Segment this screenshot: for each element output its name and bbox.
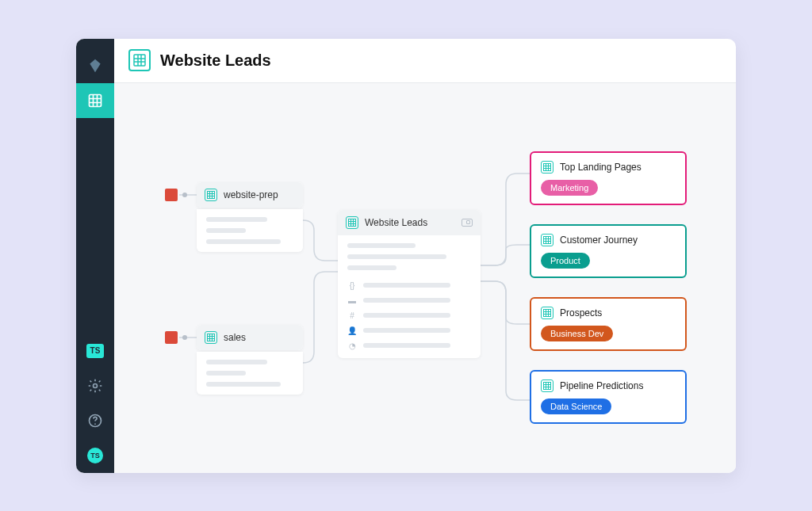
svg-rect-8 [134, 55, 145, 66]
grid-icon [541, 379, 553, 392]
tag-pill: Data Science [541, 399, 611, 414]
output-label: Top Landing Pages [560, 162, 642, 173]
ts-badge-icon: TS [86, 344, 104, 358]
source-body-sales [197, 352, 303, 395]
output-card-pipeline-predictions[interactable]: Pipeline Predictions Data Science [530, 370, 687, 424]
source-node-website-prep[interactable]: website-prep [197, 182, 303, 208]
grid-icon [346, 216, 358, 229]
output-card-customer-journey[interactable]: Customer Journey Product [530, 224, 687, 278]
sidebar-item-help[interactable] [76, 403, 114, 438]
grid-icon [541, 234, 553, 246]
center-label: Website Leads [365, 217, 427, 228]
main-area: Website Leads [114, 39, 736, 473]
canvas[interactable]: website-prep sales [114, 83, 736, 473]
grid-icon [205, 331, 217, 344]
sidebar-item-avatar[interactable]: TS [76, 438, 114, 473]
hash-icon: # [347, 311, 357, 320]
sidebar-item-grid[interactable] [76, 83, 114, 118]
user-icon: 👤 [347, 326, 357, 335]
text-icon: ▬ [347, 296, 357, 305]
svg-rect-20 [208, 334, 215, 341]
help-icon [87, 413, 103, 429]
tag-pill: Business Dev [541, 326, 613, 341]
grid-icon [205, 189, 217, 201]
svg-point-7 [94, 423, 96, 425]
gem-icon [87, 58, 103, 74]
sidebar: TS TS [76, 39, 114, 473]
grid-icon [541, 307, 553, 319]
redshift-icon [165, 189, 178, 201]
source-label: website-prep [224, 189, 278, 200]
svg-point-5 [94, 383, 98, 387]
svg-rect-35 [544, 236, 551, 243]
sidebar-item-settings[interactable] [76, 368, 114, 403]
braces-icon: {} [347, 281, 357, 290]
output-label: Customer Journey [560, 235, 638, 246]
clock-icon: ◔ [347, 341, 357, 350]
output-label: Pipeline Predictions [560, 380, 643, 391]
output-card-prospects[interactable]: Prospects Business Dev [530, 297, 687, 351]
page-title: Website Leads [160, 51, 271, 70]
svg-rect-45 [544, 382, 551, 389]
source-node-sales[interactable]: sales [197, 325, 303, 350]
sidebar-item-ts[interactable]: TS [76, 334, 114, 368]
sidebar-logo[interactable] [76, 48, 114, 83]
source-label: sales [224, 332, 246, 343]
expand-icon[interactable] [462, 219, 473, 227]
header-grid-icon [128, 49, 151, 71]
grid-icon [541, 161, 553, 174]
gear-icon [87, 378, 103, 394]
svg-rect-0 [90, 94, 102, 106]
tag-pill: Product [541, 253, 590, 269]
redshift-icon [165, 331, 178, 344]
avatar-icon: TS [87, 448, 103, 463]
app-window: TS TS Website Leads [76, 39, 736, 473]
output-card-top-landing-pages[interactable]: Top Landing Pages Marketing [530, 151, 687, 205]
source-body-website-prep [197, 209, 303, 252]
center-node[interactable]: Website Leads {} ▬ # 👤 ◔ [338, 210, 481, 358]
svg-rect-25 [349, 219, 356, 226]
tag-pill: Marketing [541, 180, 598, 196]
grid-icon [87, 93, 103, 109]
output-label: Prospects [560, 307, 602, 318]
svg-rect-30 [544, 163, 551, 170]
header: Website Leads [114, 39, 736, 83]
svg-rect-40 [544, 309, 551, 316]
svg-rect-15 [208, 191, 215, 198]
